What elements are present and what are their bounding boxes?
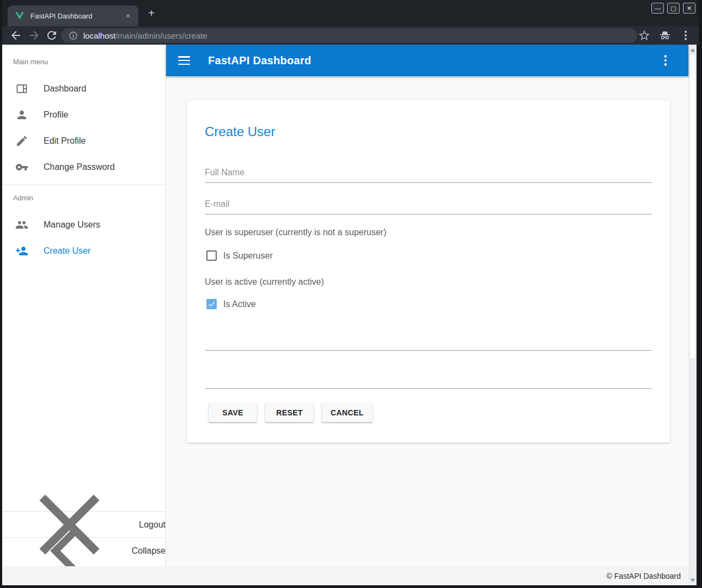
confirm-password-input[interactable] [205,372,652,389]
active-hint: User is active (currently active) [205,277,652,287]
sidebar-item-change-password[interactable]: Change Password [2,154,166,180]
window-maximize-icon[interactable]: ▢ [667,3,680,14]
url-path: /main/admin/users/create [115,31,207,40]
scrollbar-thumb[interactable] [689,54,696,359]
main-area: FastAPI Dashboard Create User User is su… [166,45,688,566]
reset-button[interactable]: RESET [265,403,314,422]
sidebar-item-label: Create User [44,246,90,256]
full-name-input[interactable] [205,167,652,183]
window-minimize-icon[interactable]: — [651,3,664,14]
toolbar-right-icons [638,29,692,42]
app-bar: FastAPI Dashboard [166,45,688,76]
superuser-hint: User is superuser (currently is not a su… [205,228,652,237]
scroll-up-icon[interactable] [688,46,697,54]
sidebar-item-label: Dashboard [44,84,86,94]
checkbox-checked-icon[interactable] [206,299,217,309]
sidebar-section-main-menu: Main menu [2,45,166,76]
tab-close-icon[interactable]: × [123,11,133,20]
sidebar-item-dashboard[interactable]: Dashboard [2,76,166,102]
is-superuser-label: Is Superuser [223,251,273,261]
sidebar-item-collapse[interactable]: Collapse [2,537,166,564]
checkbox-unchecked-icon[interactable] [206,250,217,261]
sidebar-item-label: Manage Users [44,220,100,230]
person-icon [15,108,28,121]
browser-window: FastAPI Dashboard × + — ▢ ✕ localhost/ma… [0,0,702,588]
back-arrow-icon[interactable] [9,29,22,42]
page-title: Create User [205,124,652,139]
key-icon [15,161,28,174]
sidebar-item-label: Profile [44,110,68,120]
person-add-icon [15,244,28,258]
page-content: Main menu Dashboard Profile Edit Profile [2,45,697,585]
set-password-input[interactable] [205,334,652,351]
scroll-down-icon[interactable] [688,576,697,584]
new-tab-button[interactable]: + [145,7,158,20]
dashboard-icon [15,82,28,95]
vertical-scrollbar[interactable] [688,45,697,585]
window-close-icon[interactable]: ✕ [683,3,695,14]
page-footer: © FastAPI Dashboard [2,566,688,585]
sidebar: Main menu Dashboard Profile Edit Profile [2,45,166,566]
hamburger-menu-icon[interactable] [178,56,190,65]
sidebar-section-admin: Admin [2,185,166,212]
url-bar[interactable]: localhost/main/admin/users/create [61,28,637,43]
url-host: localhost [83,31,115,40]
reload-icon[interactable] [45,29,58,42]
browser-menu-kebab-icon[interactable] [679,29,692,42]
sidebar-item-manage-users[interactable]: Manage Users [2,212,166,238]
save-button[interactable]: SAVE [209,403,257,422]
group-icon [15,218,28,231]
window-controls: — ▢ ✕ [651,3,695,14]
vue-logo-icon [15,11,25,21]
sidebar-item-label: Edit Profile [44,136,86,146]
footer-copyright: © FastAPI Dashboard [607,572,681,580]
is-superuser-checkbox[interactable]: Is Superuser [206,250,652,261]
is-active-checkbox[interactable]: Is Active [206,299,652,309]
sidebar-item-label: Change Password [44,162,115,172]
sidebar-item-create-user[interactable]: Create User [2,238,166,264]
incognito-icon [658,29,672,42]
forward-arrow-icon[interactable] [28,29,41,42]
browser-titlebar: FastAPI Dashboard × + — ▢ ✕ [2,0,699,26]
is-active-label: Is Active [223,299,256,309]
tab-title: FastAPI Dashboard [30,12,123,20]
browser-tab[interactable]: FastAPI Dashboard × [8,5,138,26]
email-input[interactable] [205,198,652,215]
sidebar-item-edit-profile[interactable]: Edit Profile [2,128,166,154]
form-actions: SAVE RESET CANCEL [209,403,652,422]
bookmark-star-icon[interactable] [638,29,651,42]
app-title: FastAPI Dashboard [208,54,312,67]
pencil-icon [15,134,28,148]
logout-label: Logout [139,520,166,530]
sidebar-item-profile[interactable]: Profile [2,102,166,128]
appbar-kebab-icon[interactable] [659,54,672,67]
browser-toolbar: localhost/main/admin/users/create [2,26,699,45]
create-user-card: Create User User is superuser (currently… [187,100,670,443]
sidebar-bottom: Logout Collapse [2,511,166,564]
site-info-icon[interactable] [69,31,78,40]
cancel-button[interactable]: CANCEL [322,403,373,422]
collapse-label: Collapse [132,546,166,556]
